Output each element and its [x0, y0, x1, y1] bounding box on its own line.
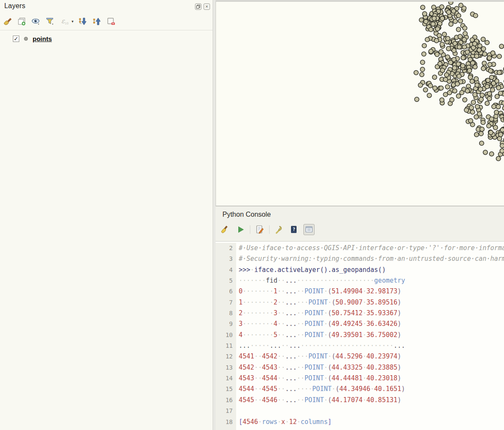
editor-icon [255, 224, 265, 235]
layers-panel-header: Layers × [0, 0, 213, 13]
run-command-button[interactable] [235, 224, 246, 235]
console-line: 18[4546·rows·x·12·columns] [216, 417, 504, 427]
points-layer-rendering [216, 2, 504, 206]
paintbrush-icon [3, 17, 12, 26]
layers-panel: Layers × [0, 0, 213, 430]
console-line: 4>>>·iface.activeLayer().as_geopandas() [216, 265, 504, 275]
svg-text:10: 10 [65, 22, 69, 25]
console-line: 104········5··...··POINT·(49.39501·36.75… [216, 330, 504, 340]
layer-tree: ✓ points [0, 30, 213, 43]
collapse-arrow-icon [92, 17, 102, 26]
funnel-icon [45, 17, 55, 26]
close-icon: × [206, 5, 208, 9]
filter-legend-button[interactable] [45, 16, 55, 27]
layer-item-points[interactable]: ✓ points [0, 34, 213, 43]
toolbar-separator [269, 225, 270, 234]
help-button[interactable]: ? [288, 224, 300, 235]
run-icon [235, 224, 246, 235]
console-line: 5·······fid··...····················geom… [216, 275, 504, 286]
layer-label: points [33, 35, 52, 42]
panel-close-button[interactable]: × [204, 3, 210, 10]
console-line: 134542··4543··...··POINT·(44.43325·40.23… [216, 362, 504, 373]
remove-layer-button[interactable] [106, 16, 116, 27]
panel-icon [304, 224, 314, 235]
eye-icon [31, 17, 41, 26]
collapse-all-button[interactable] [92, 16, 102, 27]
layers-toolbar: ε 10 ▾ [0, 13, 213, 30]
map-area [216, 0, 504, 206]
restore-icon [196, 5, 200, 9]
expression-dropdown-arrow-icon[interactable]: ▾ [72, 19, 74, 24]
console-line: 164545··4546··...··POINT·(44.17074·40.85… [216, 395, 504, 406]
python-console-output[interactable]: 2#·Use·iface·to·access·QGIS·API·interfac… [216, 241, 504, 430]
open-layer-styling-button[interactable] [3, 16, 13, 27]
wrench-icon [274, 224, 284, 235]
panel-restore-button[interactable] [195, 3, 201, 10]
expand-all-button[interactable] [78, 16, 88, 27]
console-line: 124541··4542··...···POINT·(44.5296·40.23… [216, 351, 504, 362]
toolbar-separator [250, 225, 250, 234]
dock-console-toggle[interactable] [303, 224, 315, 235]
expand-arrow-icon [78, 17, 87, 26]
layers-panel-title: Layers [4, 2, 25, 10]
console-line: 3#·Security·warning:·typing·commands·fro… [216, 254, 504, 264]
console-line: 2#·Use·iface·to·access·QGIS·API·interfac… [216, 243, 504, 254]
console-line: 17 [216, 406, 504, 416]
map-canvas[interactable] [216, 1, 504, 206]
console-line: 144543··4544··...··POINT·(44.44481·40.23… [216, 373, 504, 384]
help-book-icon: ? [289, 224, 299, 235]
options-button[interactable] [273, 224, 285, 235]
svg-text:?: ? [293, 227, 295, 232]
console-line: 11...·····...··...······················… [216, 340, 504, 351]
show-editor-button[interactable] [254, 224, 265, 235]
broom-icon [220, 224, 231, 235]
console-line: 71········2··...···POINT·(50.9007·35.895… [216, 297, 504, 308]
filter-by-expression-button[interactable]: ε 10 [59, 16, 69, 27]
remove-square-icon [106, 17, 116, 26]
python-console-toolbar: ? [216, 218, 504, 237]
console-line: 60········1··...··POINT·(51.49904·32.981… [216, 286, 504, 297]
console-line: 93········4··...··POINT·(49.49245·36.634… [216, 319, 504, 329]
console-line: 19 [216, 427, 504, 430]
console-line: 154544··4545··...····POINT·(44.34946·40.… [216, 384, 504, 394]
python-console-title: Python Console [216, 206, 504, 218]
add-group-button[interactable] [17, 16, 27, 27]
epsilon-icon: ε 10 [60, 17, 69, 26]
clear-console-button[interactable] [220, 224, 231, 235]
manage-map-themes-button[interactable] [31, 16, 41, 27]
point-symbol-icon [24, 37, 28, 41]
layer-visibility-checkbox[interactable]: ✓ [13, 36, 19, 42]
python-console-panel: Python Console [216, 206, 504, 430]
checkmark-icon: ✓ [14, 36, 18, 42]
console-line: 82········3··...··POINT·(50.75412·35.933… [216, 308, 504, 319]
folder-plus-icon [17, 17, 27, 26]
